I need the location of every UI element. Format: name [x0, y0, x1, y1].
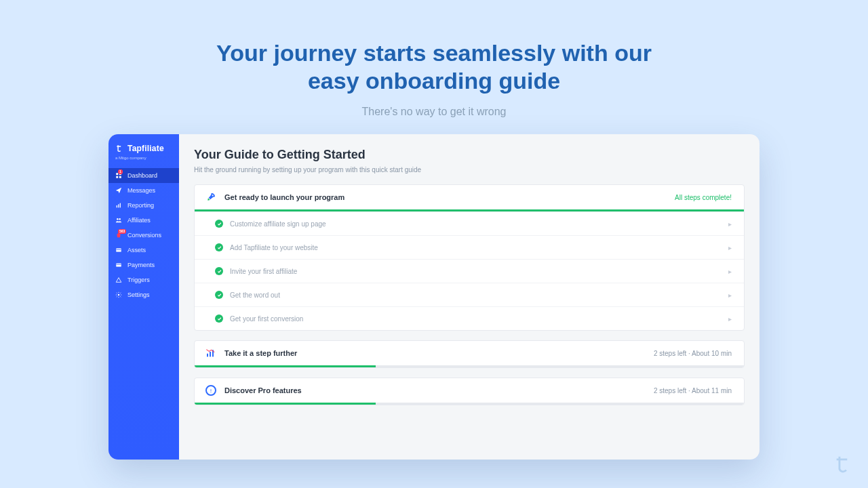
card-further: Take it a step further 2 steps left · Ab… [194, 340, 745, 368]
wallet-icon [115, 247, 122, 253]
sidebar-item-messages[interactable]: Messages [108, 183, 179, 198]
chevron-right-icon: ▸ [728, 244, 732, 251]
svg-point-14 [212, 195, 214, 196]
chevron-right-icon: ▸ [728, 315, 732, 323]
sidebar-item-label: Dashboard [127, 172, 157, 179]
card-pro-meta: 2 steps left · About 11 min [654, 387, 732, 394]
nav-badge: 563 [118, 229, 126, 234]
brand-mark-icon [115, 144, 125, 153]
svg-rect-2 [116, 176, 118, 178]
card-launch-status: All steps complete! [675, 194, 732, 201]
sidebar-item-payments[interactable]: Payments [108, 258, 179, 272]
sidebar-item-label: Reporting [127, 202, 154, 209]
sidebar-item-label: Triggers [127, 277, 150, 283]
gear-icon [115, 291, 122, 298]
check-circle-icon [215, 314, 223, 323]
hero-title: Your journey starts seamlessly with our … [190, 39, 678, 95]
card-further-progress [195, 365, 744, 367]
sidebar-item-affiliates[interactable]: Affiliates [108, 213, 179, 228]
svg-rect-6 [120, 203, 121, 208]
step-label: Get your first conversion [230, 315, 303, 323]
page-subtitle: Hit the ground running by setting up you… [194, 166, 745, 174]
card-pro-header[interactable]: ↑ Discover Pro features 2 steps left · A… [195, 378, 744, 403]
sidebar-item-conversions[interactable]: 563Conversions [108, 228, 179, 243]
chevron-right-icon: ▸ [728, 291, 732, 299]
main-content: Your Guide to Getting Started Hit the gr… [179, 134, 760, 460]
card-pro-progress [195, 403, 744, 405]
card-pro: ↑ Discover Pro features 2 steps left · A… [194, 378, 745, 405]
rocket-icon [205, 192, 216, 203]
card-pro-title: Discover Pro features [224, 386, 302, 394]
svg-rect-4 [117, 205, 117, 207]
sidebar-item-reporting[interactable]: Reporting [108, 198, 179, 213]
chevron-right-icon: ▸ [728, 220, 732, 228]
sidebar-item-label: Conversions [127, 232, 161, 239]
onboarding-step[interactable]: Add Tapfiliate to your website▸ [195, 235, 744, 259]
credit-card-icon [115, 262, 122, 268]
sidebar-item-label: Messages [127, 187, 155, 194]
onboarding-step[interactable]: Get the word out▸ [195, 283, 744, 306]
check-circle-icon [215, 267, 223, 275]
card-launch-header[interactable]: Get ready to launch your program All ste… [195, 185, 744, 209]
svg-rect-5 [118, 204, 119, 207]
svg-rect-3 [119, 176, 121, 178]
sidebar-item-dashboard[interactable]: 1Dashboard [108, 168, 179, 183]
step-label: Customize affiliate sign up page [230, 220, 326, 228]
step-label: Invite your first affiliate [230, 268, 297, 275]
chart-icon [115, 202, 122, 209]
svg-point-13 [118, 294, 120, 296]
svg-rect-15 [207, 354, 208, 357]
card-further-title: Take it a step further [224, 349, 297, 357]
step-label: Add Tapfiliate to your website [230, 244, 318, 251]
svg-point-8 [119, 218, 121, 220]
check-circle-icon [215, 243, 223, 251]
triangle-icon [115, 277, 122, 283]
sidebar-item-label: Affiliates [127, 217, 151, 224]
svg-rect-10 [116, 249, 121, 250]
brand-logo[interactable]: Tapfiliate [108, 134, 179, 156]
onboarding-step[interactable]: Get your first conversion▸ [195, 306, 744, 330]
page-title: Your Guide to Getting Started [194, 148, 745, 162]
card-launch-title: Get ready to launch your program [224, 193, 344, 201]
brand-tagline: a Mitgo company [108, 156, 179, 167]
paper-plane-icon [115, 187, 122, 194]
people-icon [115, 217, 122, 224]
onboarding-step[interactable]: Invite your first affiliate▸ [195, 259, 744, 283]
chevron-right-icon: ▸ [728, 268, 732, 275]
svg-rect-16 [210, 352, 211, 357]
sidebar-item-label: Payments [127, 262, 155, 268]
watermark-icon [833, 453, 856, 479]
hero-subtitle: There's no way to get it wrong [0, 106, 868, 118]
check-circle-icon [215, 220, 223, 228]
card-further-header[interactable]: Take it a step further 2 steps left · Ab… [195, 341, 744, 365]
nav-badge: 1 [118, 169, 123, 174]
sidebar-item-settings[interactable]: Settings [108, 287, 179, 302]
sidebar-item-assets[interactable]: Assets [108, 243, 179, 258]
info-icon: ↑ [205, 385, 216, 396]
app-window: Tapfiliate a Mitgo company 1DashboardMes… [108, 134, 760, 460]
svg-rect-12 [116, 264, 121, 265]
svg-rect-11 [116, 264, 121, 267]
step-label: Get the word out [230, 291, 280, 299]
onboarding-step[interactable]: Customize affiliate sign up page▸ [195, 211, 744, 235]
brand-name: Tapfiliate [127, 144, 164, 153]
sidebar-item-label: Settings [127, 291, 150, 298]
svg-point-7 [117, 218, 119, 220]
check-circle-icon [215, 291, 223, 299]
sidebar: Tapfiliate a Mitgo company 1DashboardMes… [108, 134, 179, 460]
sidebar-item-triggers[interactable]: Triggers [108, 272, 179, 287]
card-launch: Get ready to launch your program All ste… [194, 184, 745, 331]
sidebar-item-label: Assets [127, 247, 146, 253]
card-further-meta: 2 steps left · About 10 min [654, 350, 732, 357]
bar-chart-icon [205, 348, 216, 359]
